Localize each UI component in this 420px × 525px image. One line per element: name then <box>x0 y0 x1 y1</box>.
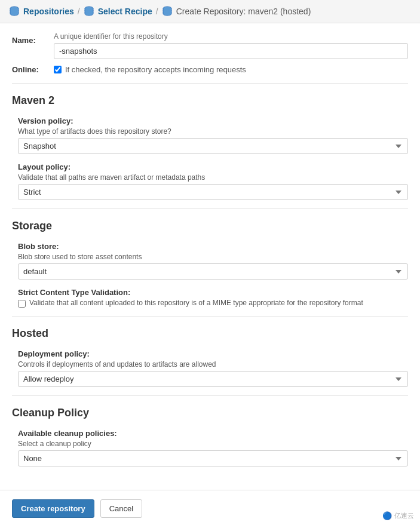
strict-content-check-row: Validate that all content uploaded to th… <box>18 299 408 308</box>
blob-store-group: Blob store: Blob store used to store ass… <box>18 242 408 280</box>
version-policy-select[interactable]: Release Snapshot Mixed <box>18 138 408 154</box>
maven2-section-header: Maven 2 <box>12 94 408 109</box>
maven2-section-body: Version policy: What type of artifacts d… <box>12 116 408 200</box>
database-icon <box>9 6 20 17</box>
cleanup-available-label: Available cleanup policies: <box>18 429 408 438</box>
name-row: Name: A unique identifier for this repos… <box>12 32 408 59</box>
breadcrumb-select-recipe[interactable]: Select Recipe <box>98 7 152 16</box>
storage-section-body: Blob store: Blob store used to store ass… <box>12 242 408 308</box>
hosted-section-body: Deployment policy: Controls if deploymen… <box>12 349 408 387</box>
hosted-section-header: Hosted <box>12 327 408 342</box>
cancel-button[interactable]: Cancel <box>100 499 142 518</box>
divider-4 <box>12 395 408 396</box>
strict-content-group: Strict Content Type Validation: Validate… <box>18 288 408 308</box>
name-hint: A unique identifier for this repository <box>54 32 408 41</box>
deployment-policy-select[interactable]: Allow redeploy Disable redeploy Read-onl… <box>18 371 408 387</box>
blob-store-select[interactable]: default <box>18 263 408 280</box>
breadcrumb-current: Create Repository: maven2 (hosted) <box>176 7 311 16</box>
footer-bar: Create repository Cancel <box>0 490 420 525</box>
cleanup-available-hint: Select a cleanup policy <box>18 440 408 448</box>
strict-content-checkbox[interactable] <box>18 300 26 308</box>
create-repository-button[interactable]: Create repository <box>12 499 94 518</box>
version-policy-group: Version policy: What type of artifacts d… <box>18 116 408 154</box>
breadcrumb-sep2: / <box>156 7 158 16</box>
divider-3 <box>12 316 408 317</box>
deployment-policy-hint: Controls if deployments of and updates t… <box>18 360 408 369</box>
version-policy-hint: What type of artifacts does this reposit… <box>18 127 408 136</box>
storage-section-header: Storage <box>12 220 408 235</box>
layout-policy-group: Layout policy: Validate that all paths a… <box>18 162 408 200</box>
breadcrumb: Repositories / Select Recipe / Create Re… <box>0 0 420 23</box>
cleanup-section-header: Cleanup Policy <box>12 407 408 422</box>
name-field: A unique identifier for this repository <box>54 32 408 59</box>
divider-2 <box>12 208 408 209</box>
main-content: Name: A unique identifier for this repos… <box>0 23 420 484</box>
online-check-area: If checked, the repository accepts incom… <box>54 65 246 74</box>
breadcrumb-repositories[interactable]: Repositories <box>23 7 74 16</box>
blob-store-hint: Blob store used to store asset contents <box>18 253 408 261</box>
cleanup-policy-group: Available cleanup policies: Select a cle… <box>18 429 408 466</box>
layout-policy-select[interactable]: Strict Permissive <box>18 184 408 200</box>
recipe-icon <box>84 6 94 17</box>
name-input[interactable] <box>54 43 408 59</box>
blob-store-label: Blob store: <box>18 242 408 251</box>
online-label: Online: <box>12 65 54 74</box>
divider-1 <box>12 83 408 84</box>
online-checkbox[interactable] <box>54 66 62 73</box>
strict-content-hint: Validate that all content uploaded to th… <box>29 299 363 307</box>
online-hint: If checked, the repository accepts incom… <box>65 65 246 74</box>
deployment-policy-label: Deployment policy: <box>18 349 408 358</box>
online-row: Online: If checked, the repository accep… <box>12 65 408 74</box>
layout-policy-hint: Validate that all paths are maven artifa… <box>18 173 408 182</box>
deployment-policy-group: Deployment policy: Controls if deploymen… <box>18 349 408 387</box>
watermark: 🔵 亿速云 <box>382 511 414 520</box>
version-policy-label: Version policy: <box>18 116 408 125</box>
strict-content-label: Strict Content Type Validation: <box>18 288 408 297</box>
cleanup-section-body: Available cleanup policies: Select a cle… <box>12 429 408 466</box>
name-label: Name: <box>12 32 54 45</box>
cleanup-available-select[interactable]: None <box>18 450 408 466</box>
watermark-text: 亿速云 <box>394 511 414 520</box>
breadcrumb-sep1: / <box>78 7 80 16</box>
layout-policy-label: Layout policy: <box>18 162 408 171</box>
repo-icon <box>162 6 173 17</box>
